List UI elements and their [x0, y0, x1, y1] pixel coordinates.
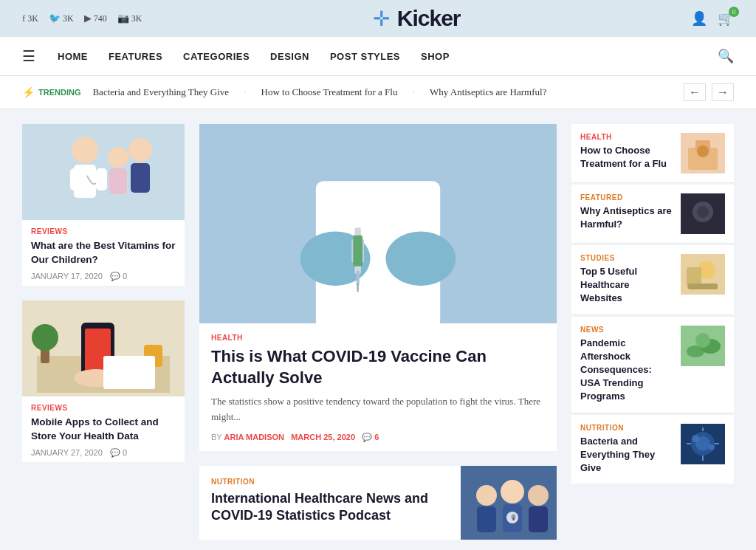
article-card-1[interactable]: REVIEWS Mobile Apps to Collect and Store… [22, 300, 185, 462]
nav-design[interactable]: DESIGN [270, 51, 309, 62]
right-item-2[interactable]: STUDIES Top 5 Useful Healthcare Websites [571, 245, 734, 315]
svg-point-42 [697, 206, 709, 218]
svg-point-1 [72, 137, 98, 163]
svg-point-54 [692, 435, 699, 442]
right-title-1: Why Antiseptics are Harmful? [580, 204, 673, 231]
right-thumb-1 [681, 193, 725, 234]
featured-title: This is What COVID-19 Vaccine Can Actual… [211, 346, 545, 388]
logo[interactable]: ✛ Kicker [373, 6, 461, 31]
right-thumb-2 [681, 254, 725, 295]
right-title-3: Pandemic Aftershock Consequences: USA Tr… [580, 337, 673, 404]
featured-byline: BY ARIA MADISON MARCH 25, 2020 💬 6 [211, 433, 545, 442]
featured-meta: HEALTH This is What COVID-19 Vaccine Can… [199, 323, 557, 451]
featured-comments: 6 [374, 433, 379, 441]
svg-rect-29 [477, 506, 496, 532]
article-comments-0: 💬 0 [110, 272, 127, 281]
right-thumb-4 [681, 424, 725, 464]
trending-items: Bacteria and Everything They Give · How … [92, 86, 672, 98]
facebook-icon: f [22, 13, 25, 24]
right-item-1[interactable]: FEATURED Why Antiseptics are Harmful? [571, 185, 734, 244]
featured-image [199, 124, 557, 323]
right-cat-3: NEWS [580, 326, 673, 334]
svg-rect-25 [357, 284, 359, 292]
nav-features[interactable]: FEATURES [109, 51, 162, 62]
trending-item-1[interactable]: How to Choose Treatment for a Flu [261, 86, 398, 98]
center-column: HEALTH This is What COVID-19 Vaccine Can… [199, 124, 557, 540]
user-icon[interactable]: 👤 [691, 10, 707, 27]
svg-point-39 [697, 145, 709, 157]
nav-shop[interactable]: SHOP [421, 51, 450, 62]
svg-point-5 [108, 147, 128, 168]
nav-home[interactable]: HOME [58, 51, 88, 62]
right-text-2: STUDIES Top 5 Useful Healthcare Websites [580, 254, 673, 306]
article-title-0: What are the Best Vitamins for Our Child… [31, 239, 176, 267]
facebook-count: 3K [27, 13, 38, 24]
article-comments-1: 💬 0 [110, 448, 127, 458]
nav-bar: ☰ HOME FEATURES CATEGORIES DESIGN POST S… [0, 37, 756, 76]
trending-dot-0: · [244, 86, 247, 98]
right-item-3[interactable]: NEWS Pandemic Aftershock Consequences: U… [571, 317, 734, 413]
right-cat-1: FEATURED [580, 193, 673, 202]
social-twitter[interactable]: 🐦 3K [49, 13, 74, 24]
instagram-count: 3K [131, 13, 142, 24]
right-item-4[interactable]: NUTRITION Bacteria and Everything They G… [571, 415, 734, 484]
cart-badge: 0 [729, 7, 739, 17]
trending-dot-1: · [412, 86, 415, 98]
article-category-0: REVIEWS [31, 227, 176, 236]
right-item-0[interactable]: HEALTH How to Choose Treatment for a Flu [571, 124, 734, 183]
svg-rect-4 [96, 168, 107, 190]
top-bar: f 3K 🐦 3K ▶ 740 📷 3K ✛ Kicker 👤 🛒 0 [0, 0, 756, 37]
second-article-image: 🎙 [461, 466, 557, 540]
social-facebook[interactable]: f 3K [22, 13, 38, 24]
nav-post-styles[interactable]: POST STYLES [330, 51, 400, 62]
svg-rect-24 [357, 270, 360, 286]
featured-article[interactable]: HEALTH This is What COVID-19 Vaccine Can… [199, 124, 557, 451]
article-image-0 [22, 124, 185, 220]
main-content: REVIEWS What are the Best Vitamins for O… [0, 109, 756, 550]
second-article-title: International Healthcare News and COVID-… [211, 490, 449, 525]
trending-item-2[interactable]: Why Antiseptics are Harmful? [430, 86, 546, 98]
right-cat-4: NUTRITION [580, 424, 673, 432]
article-card-0[interactable]: REVIEWS What are the Best Vitamins for O… [22, 124, 185, 286]
article-image-1 [22, 300, 185, 396]
trending-bolt-icon: ⚡ [22, 86, 35, 98]
featured-date: MARCH 25, 2020 [291, 433, 355, 441]
featured-excerpt: The statistics show a positive tendency … [211, 394, 545, 425]
svg-rect-26 [353, 236, 362, 267]
right-title-4: Bacteria and Everything They Give [580, 435, 673, 475]
social-youtube[interactable]: ▶ 740 [84, 13, 107, 24]
twitter-icon: 🐦 [49, 13, 61, 24]
right-text-3: NEWS Pandemic Aftershock Consequences: U… [580, 326, 673, 404]
article-date-0: JANUARY 17, 2020 [31, 272, 103, 281]
logo-cross-icon: ✛ [373, 7, 390, 31]
social-links: f 3K 🐦 3K ▶ 740 📷 3K [22, 13, 142, 24]
svg-rect-33 [529, 506, 548, 532]
cart-icon[interactable]: 🛒 0 [718, 10, 734, 27]
svg-point-30 [501, 480, 524, 503]
search-icon[interactable]: 🔍 [718, 48, 734, 64]
right-thumb-3 [681, 326, 725, 366]
svg-rect-46 [688, 283, 718, 289]
trending-item-0[interactable]: Bacteria and Everything They Give [92, 86, 229, 98]
right-text-0: HEALTH How to Choose Treatment for a Flu [580, 133, 673, 171]
article-date-row-0: JANUARY 17, 2020 💬 0 [31, 272, 176, 281]
top-icons: 👤 🛒 0 [691, 10, 734, 27]
main-nav: HOME FEATURES CATEGORIES DESIGN POST STY… [58, 51, 718, 62]
svg-point-28 [476, 485, 497, 506]
trending-bar: ⚡ TRENDING Bacteria and Everything They … [0, 76, 756, 109]
trending-next[interactable]: → [712, 83, 734, 101]
svg-rect-3 [70, 168, 81, 190]
trending-label: ⚡ TRENDING [22, 86, 80, 98]
article-date-1: JANUARY 27, 2020 [31, 448, 103, 457]
nav-categories[interactable]: CATEGORIES [183, 51, 250, 62]
right-cat-2: STUDIES [580, 254, 673, 262]
logo-name: Kicker [397, 6, 461, 31]
second-article[interactable]: NUTRITION International Healthcare News … [199, 466, 557, 540]
right-text-1: FEATURED Why Antiseptics are Harmful? [580, 193, 673, 231]
article-date-row-1: JANUARY 27, 2020 💬 0 [31, 448, 176, 458]
social-instagram[interactable]: 📷 3K [117, 13, 142, 24]
right-text-4: NUTRITION Bacteria and Everything They G… [580, 424, 673, 475]
svg-rect-6 [109, 168, 127, 194]
trending-prev[interactable]: ← [684, 83, 706, 101]
hamburger-menu[interactable]: ☰ [22, 47, 35, 65]
